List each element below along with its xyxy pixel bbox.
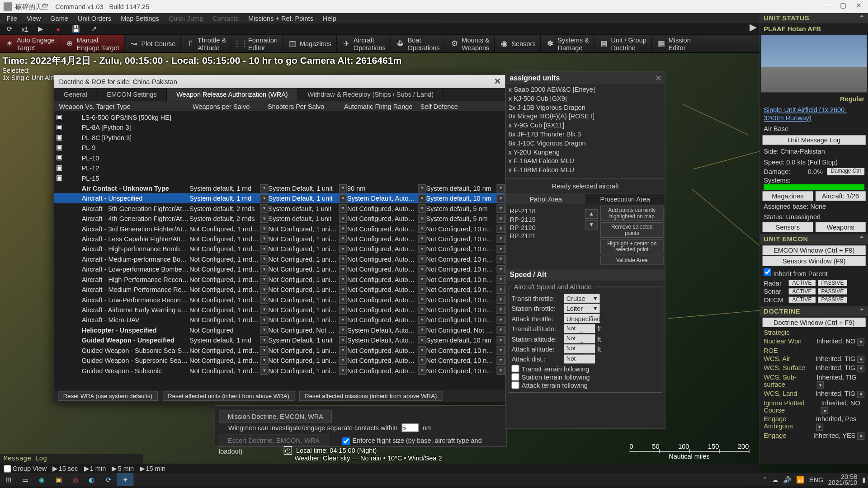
dropdown-icon[interactable]: ▾ [260, 295, 269, 303]
station-throttle-select[interactable]: Loiter▾ [564, 304, 599, 313]
close-button[interactable]: ✕ [851, 0, 866, 11]
damage-ctrl-button[interactable]: Damage Ctrl [827, 168, 864, 175]
emcon-active-button[interactable]: ACTIVE [789, 288, 816, 294]
dropdown-icon[interactable]: ▾ [497, 366, 505, 374]
dropdown-icon[interactable]: ▾ [497, 214, 505, 222]
toolbar-systems-damage[interactable]: ✽Systems &Damage [541, 35, 594, 52]
area-tab[interactable]: Prosecution Area [585, 194, 665, 205]
dropdown-icon[interactable]: ▾ [418, 194, 426, 202]
dropdown-icon[interactable]: ▾ [418, 336, 426, 344]
toolbar-formation-editor[interactable]: ⋮⋮FormationEditor [231, 35, 283, 52]
dropdown-icon[interactable]: ▾ [418, 275, 426, 283]
dropdown-icon[interactable]: ▾ [418, 204, 426, 212]
menu-map-settings[interactable]: Map Settings [117, 14, 163, 22]
dropdown-icon[interactable]: ▾ [497, 336, 505, 344]
expand-icon[interactable]: ▣ [54, 113, 64, 121]
dropdown-icon[interactable]: ▾ [339, 305, 347, 314]
task-cmano-icon[interactable]: ✦ [117, 473, 133, 486]
dropdown-icon[interactable]: ▾ [339, 255, 347, 263]
dropdown-icon[interactable]: ▾ [497, 255, 505, 263]
wra-target-row[interactable]: Aircraft - 4th Generation Fighter/Attack… [54, 213, 505, 223]
dropdown-icon[interactable]: ▾ [418, 214, 426, 222]
refpoint-item[interactable]: RP-2118 [509, 207, 580, 215]
dropdown-icon[interactable]: ▾ [260, 275, 269, 283]
wingman-range-input[interactable] [402, 424, 419, 432]
dropdown-icon[interactable]: ▾ [418, 255, 426, 263]
time-step-button[interactable]: ▶ 15 min [140, 465, 165, 472]
dropdown-icon[interactable]: ▾ [339, 275, 347, 283]
dropdown-icon[interactable]: ▾ [418, 366, 426, 374]
wra-weapon-row[interactable]: ▣PL-8A [Python 3] [54, 122, 505, 132]
terrain-follow-checkbox[interactable] [511, 373, 519, 381]
arrow-icon[interactable]: ↗ [88, 24, 100, 33]
dropdown-icon[interactable]: ▾ [821, 407, 828, 414]
wra-body[interactable]: ▣LS-6-500 GPS/INS [500kg HE]▣PL-8A [Pyth… [54, 112, 505, 380]
attack-distance-input[interactable]: Not specifie [564, 355, 595, 364]
attack-altitude-input[interactable]: Not specifie [564, 344, 595, 353]
wra-weapon-row[interactable]: ▣PL-8C [Python 3] [54, 132, 505, 142]
dropdown-icon[interactable]: ▾ [339, 336, 347, 344]
dropdown-icon[interactable]: ▾ [260, 244, 269, 253]
assigned-unit-item[interactable]: 0x Mirage IIIO(F)(A) [ROSE I] [509, 112, 662, 121]
wra-footer-button[interactable]: Reset WRA (use system defaults) [58, 390, 158, 400]
dropdown-icon[interactable]: ▾ [857, 432, 864, 440]
dropdown-icon[interactable]: ▾ [260, 366, 269, 374]
task-explorer-icon[interactable]: ▭ [17, 473, 33, 486]
toolbar-throttle-altitude[interactable]: ⇧Throttle &Altitude [181, 35, 231, 52]
assigned-unit-item[interactable]: x F-16AM Falcon MLU [509, 157, 662, 166]
toolbar-unit-group-doctrine[interactable]: ▤Unit / GroupDoctrine [594, 35, 652, 52]
emcon-passive-button[interactable]: PASSIVE [818, 280, 848, 286]
dropdown-icon[interactable]: ▾ [497, 315, 505, 324]
toolbar-plot-course[interactable]: ↝Plot Course [125, 35, 181, 52]
wra-target-row[interactable]: Guided Weapon - UnspecifiedSystem defaul… [54, 335, 505, 345]
chevron-icon[interactable]: ⌃ [859, 14, 865, 22]
area-action-button[interactable]: Highlight + center on selected point [600, 239, 664, 254]
emcon-window-button[interactable]: EMCON Window (Ctrl + F9) [763, 245, 866, 255]
taskbar[interactable]: ⊞ ▭ ◉ ▣ ◎ ◐ ⟳ ✦ ˄ ☁ 🔊 📶 ENG 20:582021/6/… [0, 473, 868, 486]
dropdown-icon[interactable]: ▾ [260, 265, 269, 273]
refpoint-item[interactable]: RP-2119 [509, 215, 580, 223]
area-action-button[interactable]: Remove selected points [600, 222, 664, 238]
assigned-unit-item[interactable]: x Saab 2000 AEW&C [Erieye] [509, 85, 662, 94]
transit-altitude-input[interactable]: Not specifie [564, 324, 595, 333]
dropdown-icon[interactable]: ▾ [816, 423, 823, 431]
ready-aircraft-button[interactable]: Ready selected aircraft [506, 178, 665, 193]
dropdown-icon[interactable]: ▾ [260, 204, 269, 212]
area-tabs[interactable]: Patrol AreaProsecution Area [506, 194, 665, 205]
expand-icon[interactable]: ▣ [54, 133, 64, 141]
move-up-button[interactable]: ▲ [585, 209, 598, 219]
dropdown-icon[interactable]: ▾ [339, 356, 347, 364]
wra-target-row[interactable]: Aircraft - 3rd Generation Fighter/Attack… [54, 224, 505, 234]
dropdown-icon[interactable]: ▾ [339, 194, 347, 202]
assigned-unit-item[interactable]: 8x JF-17B Thunder Blk 3 [509, 130, 662, 139]
wra-tab[interactable]: Withdraw & Redeploy (Ships / Subs / Land… [298, 88, 443, 101]
play-controls[interactable]: ⟳ x1 ▶ ● 💾 ↗ [0, 23, 868, 35]
dropdown-icon[interactable]: ▾ [339, 346, 347, 354]
wra-weapon-row[interactable]: ▣PL-12 [54, 163, 505, 173]
expand-icon[interactable]: ▣ [54, 144, 64, 151]
dropdown-icon[interactable]: ▾ [418, 295, 426, 303]
dropdown-icon[interactable]: ▾ [260, 224, 269, 232]
dropdown-icon[interactable]: ▾ [339, 235, 347, 243]
dropdown-icon[interactable]: ▾ [260, 255, 269, 263]
assigned-unit-item[interactable]: x KJ-500 Cub [GX9] [509, 94, 662, 103]
emcon-active-button[interactable]: ACTIVE [789, 280, 816, 286]
save-icon[interactable]: 💾 [70, 24, 82, 33]
doctrine-window-button[interactable]: Doctrine Window (Ctrl + F9) [763, 318, 866, 327]
dropdown-icon[interactable]: ▾ [339, 366, 347, 374]
move-down-button[interactable]: ▼ [585, 220, 598, 230]
dropdown-icon[interactable]: ▾ [260, 305, 269, 314]
toolbar-sensors[interactable]: ◉Sensors [495, 35, 541, 52]
wra-footer-button[interactable]: Reset affected units (inherit from above… [162, 390, 294, 400]
inherit-checkbox[interactable] [764, 268, 771, 276]
dropdown-icon[interactable]: ▾ [497, 295, 505, 303]
expand-icon[interactable]: ▣ [54, 164, 64, 172]
bottom-bar[interactable]: Group View ▶ 15 sec▶ 1 min▶ 5 min▶ 15 mi… [0, 464, 760, 473]
message-log[interactable]: Message Log [0, 454, 143, 464]
time-step-button[interactable]: ▶ 5 min [112, 465, 134, 472]
dropdown-icon[interactable]: ▾ [857, 356, 864, 363]
refpoint-item[interactable]: RP-2121 [509, 232, 580, 240]
wra-target-row[interactable]: Aircraft - Medium-performance Bombers [A… [54, 254, 505, 264]
wra-target-row[interactable]: Aircraft - 5th Generation Fighter/Attack… [54, 203, 505, 213]
dropdown-icon[interactable]: ▾ [857, 390, 864, 398]
